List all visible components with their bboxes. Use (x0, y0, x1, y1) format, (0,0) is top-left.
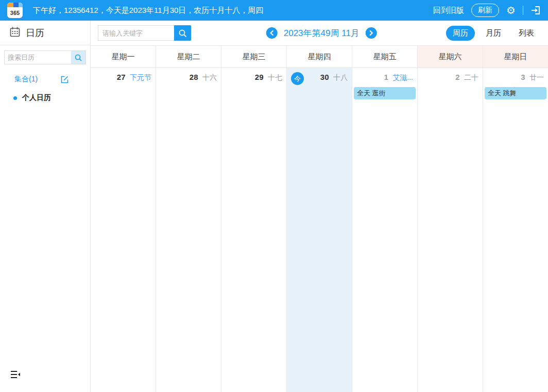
topbar: 365 下午好，12356412，今天是2023年11月30日，农历十月十八，周… (0, 0, 548, 21)
day-column-tue[interactable]: 28 十六 (156, 68, 221, 392)
greeting-text: 下午好，12356412，今天是2023年11月30日，农历十月十八，周四 (33, 6, 263, 15)
view-tab-month[interactable]: 月历 (479, 26, 508, 41)
sidebar-title: 日历 (26, 27, 44, 39)
date-line: 2 二十 (418, 68, 483, 84)
keyword-search-button[interactable] (174, 25, 191, 41)
view-tab-list[interactable]: 列表 (512, 26, 541, 41)
festival-label: 艾滋... (392, 73, 413, 81)
event-dancing[interactable]: 全天 跳舞 (485, 87, 546, 99)
day-number: 30 (320, 73, 329, 81)
weekday-header-wed: 星期三 (221, 46, 287, 67)
week-label[interactable]: 2023年第49周 11月 (284, 27, 359, 39)
date-line: 28 十六 (156, 68, 221, 84)
day-number: 29 (255, 73, 264, 81)
day-number: 1 (384, 73, 388, 81)
keyword-search (98, 25, 191, 41)
main-area: 2023年第49周 11月 周历 月历 列表 星期一 星期二 星期三 (91, 21, 548, 392)
calendar-color-dot (13, 96, 17, 100)
back-to-old-version-link[interactable]: 回到旧版 (433, 6, 464, 15)
calendar-app: 365 下午好，12356412，今天是2023年11月30日，农历十月十八，周… (0, 0, 548, 392)
content-area: 日历 集合(1) (0, 21, 548, 392)
keyword-search-input[interactable] (98, 25, 174, 41)
date-line: 29 十七 (221, 68, 286, 84)
logo-color-band (7, 3, 23, 7)
weekday-header-tue: 星期二 (156, 46, 221, 67)
logout-icon[interactable] (530, 5, 541, 15)
sidebar-search (4, 50, 86, 64)
logo-365-label: 365 (7, 7, 23, 18)
day-number: 2 (455, 73, 459, 81)
topbar-actions: 回到旧版 刷新 ⚙ (433, 4, 541, 17)
sidebar-search-button[interactable] (71, 51, 85, 64)
weekday-header-fri: 星期五 (352, 46, 418, 67)
day-number: 28 (190, 73, 198, 81)
topbar-divider (523, 6, 523, 15)
view-tab-week[interactable]: 周历 (446, 26, 475, 41)
lunar-label: 廿一 (529, 73, 544, 81)
weekday-header-row: 星期一 星期二 星期三 星期四 星期五 星期六 星期日 (91, 45, 548, 68)
collection-link[interactable]: 集合(1) (14, 75, 38, 84)
app-365-logo-icon[interactable]: 365 (7, 3, 23, 18)
lunar-label: 二十 (464, 73, 478, 81)
day-column-sat[interactable]: 2 二十 (418, 68, 483, 392)
lunar-label: 十六 (202, 73, 217, 81)
main-toolbar: 2023年第49周 11月 周历 月历 列表 (91, 21, 548, 45)
view-switcher: 周历 月历 列表 (446, 26, 541, 41)
festival-label: 下元节 (130, 73, 151, 81)
day-column-thu-today[interactable]: 今 30 十八 (287, 68, 352, 392)
event-shopping[interactable]: 全天 逛街 (354, 87, 416, 99)
day-column-sun[interactable]: 3 廿一 全天 跳舞 (483, 68, 548, 392)
prev-week-button[interactable] (266, 27, 278, 39)
date-line: 3 廿一 (483, 68, 548, 84)
calendar-group-row: 集合(1) (0, 75, 90, 84)
lunar-label: 十八 (333, 73, 348, 81)
edit-icon[interactable] (60, 75, 69, 84)
weekday-header-thu: 星期四 (287, 46, 352, 67)
day-column-fri[interactable]: 1 艾滋... 全天 逛街 (352, 68, 418, 392)
gear-icon[interactable]: ⚙ (506, 5, 516, 15)
week-navigator: 2023年第49周 11月 (266, 27, 377, 39)
sidebar-item-personal-calendar[interactable]: 个人日历 (0, 93, 90, 103)
sidebar: 日历 集合(1) (0, 21, 91, 392)
day-column-wed[interactable]: 29 十七 (221, 68, 287, 392)
lunar-label: 十七 (268, 73, 282, 81)
today-badge: 今 (291, 72, 304, 85)
date-line: 1 艾滋... (352, 68, 417, 84)
day-number: 27 (117, 73, 126, 81)
weekday-header-sat: 星期六 (418, 46, 483, 67)
calendar-icon (9, 26, 21, 40)
sidebar-header: 日历 (0, 21, 90, 45)
weekday-header-mon: 星期一 (91, 46, 156, 67)
day-number: 3 (521, 73, 525, 81)
weekday-header-sun: 星期日 (483, 46, 548, 67)
next-week-button[interactable] (366, 27, 377, 39)
date-line: 27 下元节 (91, 68, 156, 84)
refresh-button[interactable]: 刷新 (471, 4, 499, 17)
week-grid: 27 下元节 28 十六 29 十七 (91, 68, 548, 392)
sidebar-search-input[interactable] (5, 51, 71, 64)
calendar-name: 个人日历 (22, 93, 51, 103)
day-column-mon[interactable]: 27 下元节 (91, 68, 156, 392)
collapse-sidebar-icon[interactable] (10, 370, 21, 379)
